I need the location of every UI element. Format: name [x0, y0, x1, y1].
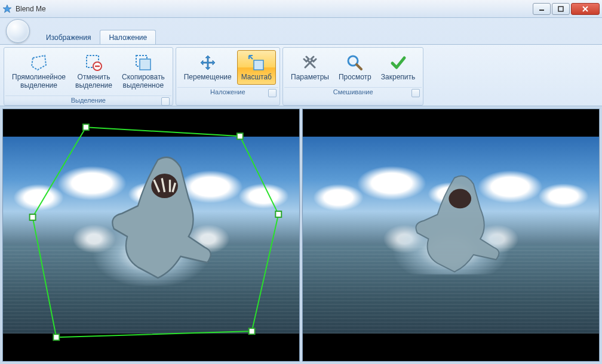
target-image-panel[interactable] [302, 109, 600, 362]
parameters-button[interactable]: Параметры [287, 50, 333, 85]
shark-blended-shape [404, 172, 516, 294]
copy-selection-icon [134, 53, 153, 72]
titlebar: Blend Me [0, 0, 602, 18]
svg-line-13 [357, 64, 361, 69]
copy-selection-button[interactable]: Скопировать выделенное [118, 50, 169, 93]
cancel-selection-button[interactable]: Отменить выделение [71, 50, 116, 93]
tab-bar: Изображения Наложение [0, 18, 602, 44]
svg-rect-11 [254, 60, 263, 70]
shark-shape [98, 152, 231, 306]
window-title: Blend Me [16, 5, 532, 13]
close-button[interactable] [571, 3, 600, 15]
selection-handle[interactable] [83, 124, 89, 130]
wrench-icon [300, 53, 320, 72]
scale-button[interactable]: Масштаб [237, 50, 276, 85]
scale-icon [247, 53, 266, 72]
svg-marker-0 [3, 5, 11, 13]
source-image-panel[interactable] [2, 109, 300, 362]
group-label-selection: Выделение [5, 95, 171, 105]
magnifier-icon [345, 53, 364, 72]
move-button[interactable]: Перемещение [180, 50, 236, 85]
target-image [303, 137, 599, 333]
selection-handle[interactable] [53, 334, 59, 340]
minimize-button[interactable] [533, 3, 551, 15]
svg-rect-10 [140, 59, 150, 70]
app-icon [2, 4, 12, 14]
svg-rect-2 [558, 7, 563, 11]
svg-marker-5 [32, 55, 46, 70]
maximize-button[interactable] [552, 3, 570, 15]
cancel-selection-icon [84, 53, 103, 72]
tab-images[interactable]: Изображения [37, 30, 100, 44]
window-controls [532, 3, 600, 15]
rectilinear-selection-button[interactable]: Прямолинейное выделение [8, 50, 70, 93]
group-selection-launcher[interactable] [161, 97, 170, 106]
checkmark-icon [389, 53, 408, 72]
preview-button[interactable]: Просмотр [334, 50, 376, 85]
group-selection: Прямолинейное выделение Отменить выделен… [4, 47, 173, 106]
content-area [0, 106, 602, 364]
polygon-selection-icon [29, 53, 48, 72]
group-label-blending: Смешивание [284, 87, 422, 97]
group-label-overlay: Наложение [177, 87, 278, 97]
group-blending: Параметры Просмотр Закрепить Смешивание [282, 47, 423, 106]
ribbon: Прямолинейное выделение Отменить выделен… [0, 44, 602, 106]
move-icon [198, 53, 217, 72]
tab-overlay[interactable]: Наложение [100, 30, 156, 44]
app-menu-orb[interactable] [6, 19, 30, 43]
group-overlay: Перемещение Масштаб Наложение [176, 47, 280, 106]
source-image [3, 137, 299, 333]
group-blending-launcher[interactable] [411, 89, 420, 97]
svg-point-16 [449, 189, 471, 209]
commit-button[interactable]: Закрепить [377, 50, 419, 85]
group-overlay-launcher[interactable] [268, 89, 277, 97]
